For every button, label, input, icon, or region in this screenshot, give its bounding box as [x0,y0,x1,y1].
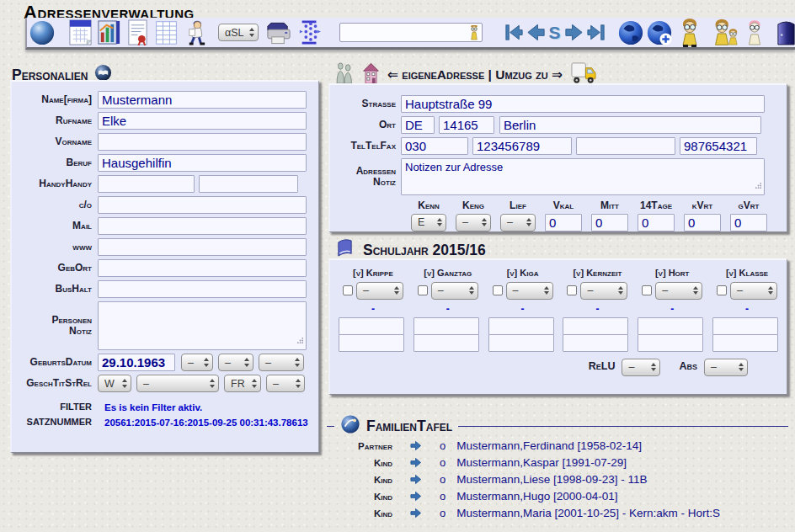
kernzeit-field-1[interactable] [563,317,628,335]
exit-door-icon[interactable] [776,19,795,46]
hort-checkbox[interactable] [642,285,652,295]
next-record-button[interactable] [563,22,584,43]
personen-notiz-field[interactable] [98,301,307,350]
stadt-field[interactable] [499,116,761,134]
krippe-spinner[interactable]: – [356,282,403,300]
ganztag-spinner[interactable]: – [431,282,478,300]
hort-spinner[interactable]: – [655,282,702,300]
rufname-field[interactable] [98,112,307,130]
person-icon[interactable] [676,19,703,47]
klasse-field-2[interactable] [712,334,778,352]
bushalt-field[interactable] [98,280,307,298]
handy1-field[interactable] [98,175,195,193]
ganztag-field-1[interactable] [414,317,479,335]
klasse-status: - [745,303,749,314]
goto-record-arrow-icon[interactable] [409,508,422,519]
add-globe-icon[interactable] [646,19,673,46]
mail-field[interactable] [98,217,307,235]
previous-record-button[interactable] [526,22,547,43]
distribution-flow-icon[interactable] [298,19,322,46]
certificate-icon[interactable] [125,19,150,46]
klasse-checkbox[interactable] [717,285,727,295]
mitt-field[interactable] [591,214,628,231]
geb-day-spinner[interactable]: – [181,354,213,371]
spinner-arrows-icon[interactable] [249,28,254,37]
kernzeit-field-2[interactable] [563,334,628,352]
refresh-icon[interactable]: S [547,23,563,43]
lief-spinner[interactable]: – [500,214,536,231]
first-record-button[interactable] [504,22,525,43]
kiga-field-2[interactable] [488,334,554,352]
goto-record-arrow-icon[interactable] [409,474,422,485]
kiga-checkbox[interactable] [493,285,503,295]
globe-sphere-button[interactable] [29,19,56,46]
adressen-notiz-wrap: Notizen zur Adresse [401,158,765,195]
hort-field-2[interactable] [638,334,703,352]
krippe-field-1[interactable] [339,317,404,335]
tel2-field[interactable] [576,137,675,155]
geb-month-spinner[interactable]: – [218,354,253,371]
geschlecht-spinner[interactable]: W [98,375,131,392]
titel-spinner[interactable]: – [136,375,219,392]
tage14-field[interactable] [638,214,675,231]
world-globe-icon[interactable] [617,19,644,46]
family-member-link[interactable]: Mustermann,Ferdinand [1958-02-14] [456,439,642,452]
klasse-field-1[interactable] [712,317,778,335]
family-member-link[interactable]: Mustermann,Hugo [2000-04-01] [456,490,617,503]
vorname-field[interactable] [98,133,307,151]
ganztag-field-2[interactable] [414,334,479,352]
klasse-spinner[interactable]: – [730,282,777,300]
land-field[interactable] [401,116,435,134]
kenn-spinner[interactable]: E [411,214,446,231]
goto-record-arrow-icon[interactable] [409,491,422,502]
abs-spinner[interactable]: – [704,359,748,376]
walking-person-icon[interactable] [184,19,208,46]
relu-spinner[interactable]: – [622,359,660,376]
www-field[interactable] [98,238,307,256]
stand-spinner[interactable]: FR [224,375,261,392]
strasse-field[interactable] [401,95,765,113]
kernzeit-spinner[interactable]: – [580,282,627,300]
name-field[interactable] [98,91,307,109]
vkal-field[interactable] [545,214,582,231]
kiga-spinner[interactable]: – [506,282,553,300]
printer-icon[interactable] [265,20,293,45]
handy2-field[interactable] [199,175,298,193]
co-field[interactable] [98,196,307,214]
gvrt-field[interactable] [730,214,767,231]
user-skeleton-icon[interactable] [744,19,766,47]
goto-record-arrow-icon[interactable] [409,457,422,468]
geburtsdatum-field[interactable] [98,354,175,371]
tel1-field[interactable] [472,137,572,155]
search-input[interactable] [339,23,483,42]
goto-record-arrow-icon[interactable] [409,440,422,451]
tel-vorwahl-field[interactable] [401,137,468,155]
keng-spinner[interactable]: – [456,214,491,231]
family-member-link[interactable]: Mustermann,Maria [2001-10-25] - Kern:akm… [456,507,720,519]
family-member-link[interactable]: Mustermann,Liese [1998-09-23] - 11B [456,473,647,486]
ganztag-checkbox[interactable] [418,285,428,295]
calendar-icon[interactable] [67,19,93,46]
kernzeit-checkbox[interactable] [567,285,577,295]
plz-field[interactable] [439,116,494,134]
adressen-notiz-field[interactable]: Notizen zur Adresse [401,158,765,195]
fax-field[interactable] [680,137,757,155]
last-record-button[interactable] [585,22,606,43]
kiga-field-1[interactable] [488,317,554,335]
geb-year-spinner[interactable]: – [259,354,304,371]
kvrt-field[interactable] [684,214,721,231]
family-globe-icon[interactable] [340,414,360,439]
krippe-field-2[interactable] [339,334,404,352]
chart-icon[interactable] [96,19,122,46]
krippe-checkbox[interactable] [343,285,353,295]
family-member-link[interactable]: Mustermann,Kaspar [1991-07-29] [456,456,627,469]
search-person-icon[interactable] [468,25,480,44]
list-mode-spinner[interactable]: αSL [218,24,259,41]
gebort-field[interactable] [98,259,307,277]
tage14-col: 14Tage [638,200,675,231]
beruf-field[interactable] [98,154,307,172]
table-grid-icon[interactable] [153,19,179,46]
person-group-icon[interactable] [709,19,741,47]
hort-field-1[interactable] [638,317,703,335]
religion-spinner[interactable]: – [266,375,305,392]
